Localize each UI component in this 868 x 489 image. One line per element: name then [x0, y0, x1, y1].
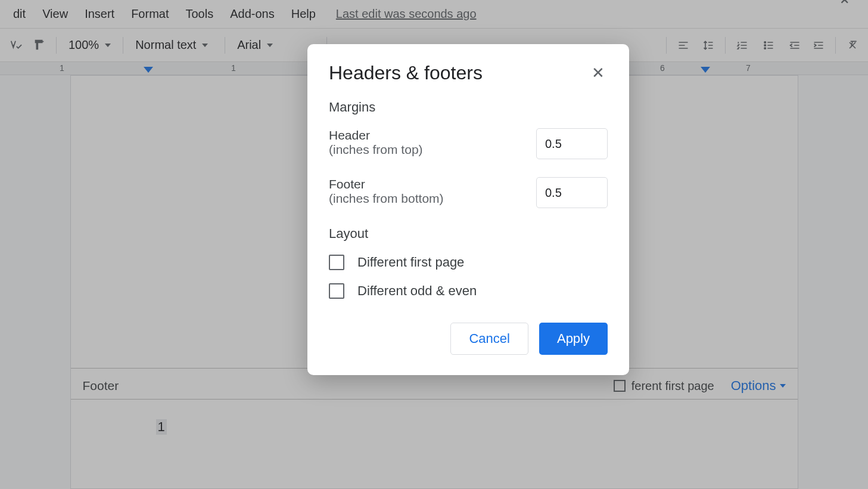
footer-margin-label: Footer	[329, 177, 444, 191]
checkbox-icon	[329, 283, 344, 299]
margins-heading: Margins	[329, 100, 608, 115]
close-icon[interactable]: ✕	[589, 64, 608, 82]
apply-button[interactable]: Apply	[539, 323, 608, 355]
different-odd-even-label: Different odd & even	[357, 283, 477, 299]
dialog-title: Headers & footers	[329, 62, 483, 84]
header-margin-sublabel: (inches from top)	[329, 143, 423, 157]
headers-footers-dialog: Headers & footers ✕ Margins Header (inch…	[307, 44, 629, 375]
footer-margin-row: Footer (inches from bottom)	[329, 177, 608, 208]
footer-margin-input[interactable]	[536, 177, 608, 208]
header-margin-label: Header	[329, 128, 423, 143]
header-margin-input[interactable]	[536, 128, 608, 159]
different-first-page-label: Different first page	[357, 255, 464, 270]
different-odd-even-row[interactable]: Different odd & even	[329, 283, 608, 299]
header-margin-row: Header (inches from top)	[329, 128, 608, 159]
layout-heading: Layout	[329, 226, 608, 242]
footer-margin-sublabel: (inches from bottom)	[329, 191, 444, 206]
checkbox-icon	[329, 255, 344, 270]
cancel-button[interactable]: Cancel	[450, 323, 528, 355]
different-first-page-row[interactable]: Different first page	[329, 255, 608, 270]
